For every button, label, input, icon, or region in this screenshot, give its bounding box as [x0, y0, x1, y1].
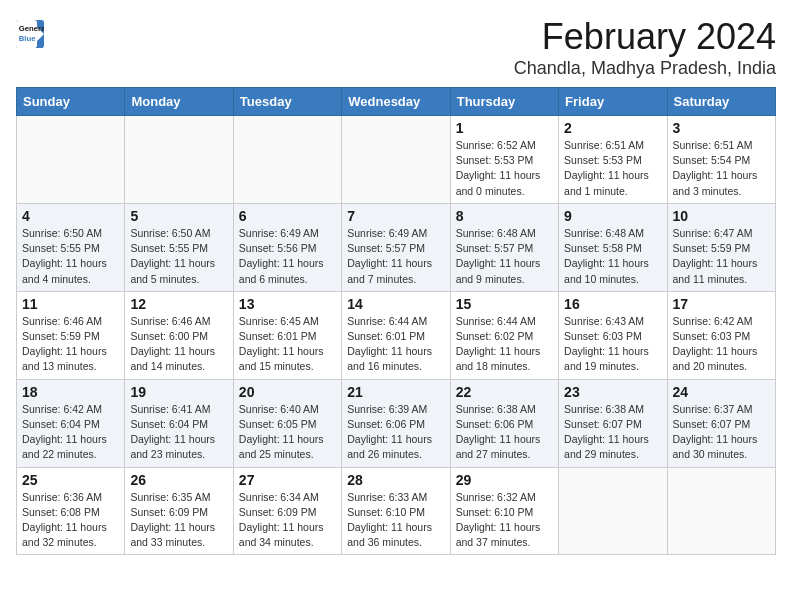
calendar-cell: 8Sunrise: 6:48 AM Sunset: 5:57 PM Daylig…	[450, 203, 558, 291]
day-info: Sunrise: 6:46 AM Sunset: 5:59 PM Dayligh…	[22, 314, 119, 375]
day-number: 22	[456, 384, 553, 400]
day-number: 26	[130, 472, 227, 488]
day-info: Sunrise: 6:50 AM Sunset: 5:55 PM Dayligh…	[22, 226, 119, 287]
calendar-cell: 11Sunrise: 6:46 AM Sunset: 5:59 PM Dayli…	[17, 291, 125, 379]
day-number: 11	[22, 296, 119, 312]
calendar-cell: 24Sunrise: 6:37 AM Sunset: 6:07 PM Dayli…	[667, 379, 775, 467]
logo: General Blue	[16, 20, 48, 48]
calendar-table: SundayMondayTuesdayWednesdayThursdayFrid…	[16, 87, 776, 555]
day-info: Sunrise: 6:42 AM Sunset: 6:03 PM Dayligh…	[673, 314, 770, 375]
calendar-cell: 15Sunrise: 6:44 AM Sunset: 6:02 PM Dayli…	[450, 291, 558, 379]
calendar-cell: 26Sunrise: 6:35 AM Sunset: 6:09 PM Dayli…	[125, 467, 233, 555]
day-number: 7	[347, 208, 444, 224]
calendar-cell: 9Sunrise: 6:48 AM Sunset: 5:58 PM Daylig…	[559, 203, 667, 291]
day-number: 19	[130, 384, 227, 400]
calendar-cell	[233, 116, 341, 204]
day-info: Sunrise: 6:48 AM Sunset: 5:58 PM Dayligh…	[564, 226, 661, 287]
calendar-cell: 2Sunrise: 6:51 AM Sunset: 5:53 PM Daylig…	[559, 116, 667, 204]
day-info: Sunrise: 6:52 AM Sunset: 5:53 PM Dayligh…	[456, 138, 553, 199]
day-info: Sunrise: 6:44 AM Sunset: 6:01 PM Dayligh…	[347, 314, 444, 375]
calendar-cell: 5Sunrise: 6:50 AM Sunset: 5:55 PM Daylig…	[125, 203, 233, 291]
calendar-cell: 4Sunrise: 6:50 AM Sunset: 5:55 PM Daylig…	[17, 203, 125, 291]
calendar-cell: 1Sunrise: 6:52 AM Sunset: 5:53 PM Daylig…	[450, 116, 558, 204]
weekday-header-friday: Friday	[559, 88, 667, 116]
calendar-cell: 7Sunrise: 6:49 AM Sunset: 5:57 PM Daylig…	[342, 203, 450, 291]
day-info: Sunrise: 6:32 AM Sunset: 6:10 PM Dayligh…	[456, 490, 553, 551]
calendar-cell: 12Sunrise: 6:46 AM Sunset: 6:00 PM Dayli…	[125, 291, 233, 379]
calendar-cell: 17Sunrise: 6:42 AM Sunset: 6:03 PM Dayli…	[667, 291, 775, 379]
day-info: Sunrise: 6:33 AM Sunset: 6:10 PM Dayligh…	[347, 490, 444, 551]
weekday-header-thursday: Thursday	[450, 88, 558, 116]
calendar-cell: 13Sunrise: 6:45 AM Sunset: 6:01 PM Dayli…	[233, 291, 341, 379]
day-info: Sunrise: 6:40 AM Sunset: 6:05 PM Dayligh…	[239, 402, 336, 463]
day-info: Sunrise: 6:34 AM Sunset: 6:09 PM Dayligh…	[239, 490, 336, 551]
weekday-header-saturday: Saturday	[667, 88, 775, 116]
day-number: 4	[22, 208, 119, 224]
calendar-cell	[17, 116, 125, 204]
day-number: 23	[564, 384, 661, 400]
day-info: Sunrise: 6:49 AM Sunset: 5:57 PM Dayligh…	[347, 226, 444, 287]
calendar-cell: 29Sunrise: 6:32 AM Sunset: 6:10 PM Dayli…	[450, 467, 558, 555]
day-number: 18	[22, 384, 119, 400]
day-info: Sunrise: 6:37 AM Sunset: 6:07 PM Dayligh…	[673, 402, 770, 463]
calendar-cell	[342, 116, 450, 204]
day-info: Sunrise: 6:45 AM Sunset: 6:01 PM Dayligh…	[239, 314, 336, 375]
day-number: 5	[130, 208, 227, 224]
calendar-week-1: 1Sunrise: 6:52 AM Sunset: 5:53 PM Daylig…	[17, 116, 776, 204]
calendar-cell: 20Sunrise: 6:40 AM Sunset: 6:05 PM Dayli…	[233, 379, 341, 467]
day-number: 21	[347, 384, 444, 400]
day-number: 14	[347, 296, 444, 312]
day-info: Sunrise: 6:35 AM Sunset: 6:09 PM Dayligh…	[130, 490, 227, 551]
day-number: 1	[456, 120, 553, 136]
day-info: Sunrise: 6:36 AM Sunset: 6:08 PM Dayligh…	[22, 490, 119, 551]
weekday-header-monday: Monday	[125, 88, 233, 116]
calendar-week-5: 25Sunrise: 6:36 AM Sunset: 6:08 PM Dayli…	[17, 467, 776, 555]
day-info: Sunrise: 6:47 AM Sunset: 5:59 PM Dayligh…	[673, 226, 770, 287]
svg-text:General: General	[19, 24, 44, 33]
day-number: 3	[673, 120, 770, 136]
day-number: 2	[564, 120, 661, 136]
day-info: Sunrise: 6:38 AM Sunset: 6:07 PM Dayligh…	[564, 402, 661, 463]
day-info: Sunrise: 6:50 AM Sunset: 5:55 PM Dayligh…	[130, 226, 227, 287]
calendar-cell: 16Sunrise: 6:43 AM Sunset: 6:03 PM Dayli…	[559, 291, 667, 379]
day-number: 10	[673, 208, 770, 224]
calendar-header: SundayMondayTuesdayWednesdayThursdayFrid…	[17, 88, 776, 116]
calendar-body: 1Sunrise: 6:52 AM Sunset: 5:53 PM Daylig…	[17, 116, 776, 555]
day-number: 6	[239, 208, 336, 224]
calendar-cell: 19Sunrise: 6:41 AM Sunset: 6:04 PM Dayli…	[125, 379, 233, 467]
day-number: 16	[564, 296, 661, 312]
day-info: Sunrise: 6:51 AM Sunset: 5:53 PM Dayligh…	[564, 138, 661, 199]
calendar-cell: 10Sunrise: 6:47 AM Sunset: 5:59 PM Dayli…	[667, 203, 775, 291]
calendar-cell: 3Sunrise: 6:51 AM Sunset: 5:54 PM Daylig…	[667, 116, 775, 204]
day-number: 17	[673, 296, 770, 312]
day-info: Sunrise: 6:42 AM Sunset: 6:04 PM Dayligh…	[22, 402, 119, 463]
calendar-cell: 23Sunrise: 6:38 AM Sunset: 6:07 PM Dayli…	[559, 379, 667, 467]
calendar-week-2: 4Sunrise: 6:50 AM Sunset: 5:55 PM Daylig…	[17, 203, 776, 291]
day-number: 15	[456, 296, 553, 312]
calendar-week-4: 18Sunrise: 6:42 AM Sunset: 6:04 PM Dayli…	[17, 379, 776, 467]
day-info: Sunrise: 6:48 AM Sunset: 5:57 PM Dayligh…	[456, 226, 553, 287]
day-number: 24	[673, 384, 770, 400]
day-number: 13	[239, 296, 336, 312]
calendar-cell: 27Sunrise: 6:34 AM Sunset: 6:09 PM Dayli…	[233, 467, 341, 555]
day-info: Sunrise: 6:43 AM Sunset: 6:03 PM Dayligh…	[564, 314, 661, 375]
weekday-header-sunday: Sunday	[17, 88, 125, 116]
title-area: February 2024 Chandla, Madhya Pradesh, I…	[514, 16, 776, 79]
calendar-cell: 22Sunrise: 6:38 AM Sunset: 6:06 PM Dayli…	[450, 379, 558, 467]
calendar-cell: 6Sunrise: 6:49 AM Sunset: 5:56 PM Daylig…	[233, 203, 341, 291]
day-number: 25	[22, 472, 119, 488]
day-info: Sunrise: 6:41 AM Sunset: 6:04 PM Dayligh…	[130, 402, 227, 463]
day-info: Sunrise: 6:39 AM Sunset: 6:06 PM Dayligh…	[347, 402, 444, 463]
day-number: 8	[456, 208, 553, 224]
calendar-cell: 14Sunrise: 6:44 AM Sunset: 6:01 PM Dayli…	[342, 291, 450, 379]
day-number: 12	[130, 296, 227, 312]
day-info: Sunrise: 6:46 AM Sunset: 6:00 PM Dayligh…	[130, 314, 227, 375]
calendar-cell	[667, 467, 775, 555]
month-title: February 2024	[514, 16, 776, 58]
weekday-header-wednesday: Wednesday	[342, 88, 450, 116]
calendar-cell	[125, 116, 233, 204]
day-info: Sunrise: 6:51 AM Sunset: 5:54 PM Dayligh…	[673, 138, 770, 199]
calendar-cell: 25Sunrise: 6:36 AM Sunset: 6:08 PM Dayli…	[17, 467, 125, 555]
svg-text:Blue: Blue	[19, 34, 36, 43]
location-title: Chandla, Madhya Pradesh, India	[514, 58, 776, 79]
